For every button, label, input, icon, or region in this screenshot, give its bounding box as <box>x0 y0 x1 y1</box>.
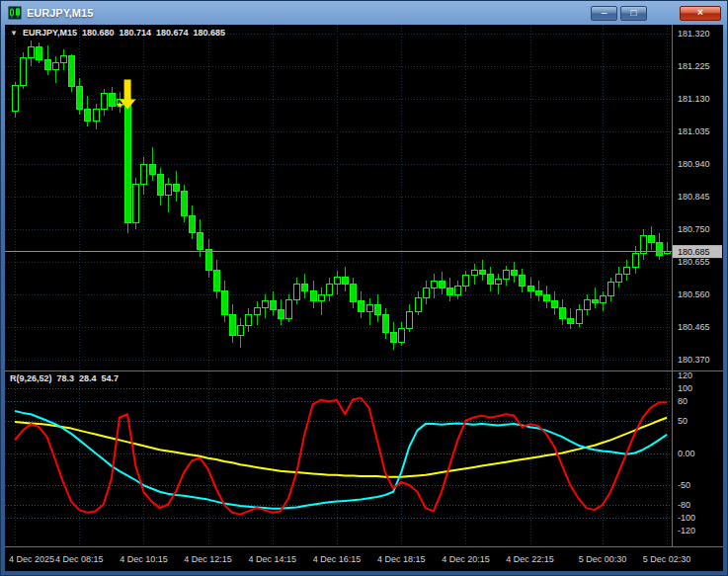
svg-text:-50: -50 <box>678 480 690 490</box>
svg-text:120: 120 <box>678 371 692 380</box>
svg-text:4 Dec 20:15: 4 Dec 20:15 <box>442 554 490 564</box>
svg-text:181.035: 181.035 <box>678 126 710 136</box>
rci-lines <box>15 398 667 515</box>
chart-close-value: 180.685 <box>194 28 226 38</box>
indicator-axis: 12010080500.00-50-80-100-120 <box>673 371 696 546</box>
svg-text:4 Dec 08:15: 4 Dec 08:15 <box>55 554 104 564</box>
svg-text:180.940: 180.940 <box>678 159 710 169</box>
time-axis-labels: 4 Dec 20254 Dec 08:154 Dec 10:154 Dec 12… <box>9 554 690 564</box>
rci-mid-line <box>15 411 667 509</box>
chart-open-value: 180.680 <box>82 28 115 38</box>
window-icon <box>7 6 23 20</box>
rci-fast-line <box>15 398 667 515</box>
svg-text:-120: -120 <box>678 526 695 535</box>
svg-text:4 Dec 14:15: 4 Dec 14:15 <box>249 554 297 564</box>
indicator-value-mid: 28.4 <box>79 373 97 383</box>
star-icon[interactable]: ★ <box>116 100 123 110</box>
svg-text:4 Dec 18:15: 4 Dec 18:15 <box>377 554 426 564</box>
price-axis: 181.320181.225181.130181.035180.940180.8… <box>673 25 723 370</box>
rci-oscillator-chart: 12010080500.00-50-80-100-120 <box>5 371 723 546</box>
svg-text:180.845: 180.845 <box>678 192 710 202</box>
svg-text:4 Dec 10:15: 4 Dec 10:15 <box>120 554 168 564</box>
chart-ohlc-label: ▼ EURJPY,M15 180.680 180.714 180.674 180… <box>10 28 225 38</box>
title-bar[interactable]: EURJPY,M15 – □ × <box>5 1 723 25</box>
close-button[interactable]: × <box>680 6 721 21</box>
svg-text:180.370: 180.370 <box>678 355 710 365</box>
svg-text:0.00: 0.00 <box>678 449 695 458</box>
svg-text:181.225: 181.225 <box>678 61 710 71</box>
indicator-value-fast: 78.3 <box>57 373 75 383</box>
svg-text:5 Dec 02:30: 5 Dec 02:30 <box>643 554 691 564</box>
main-chart-pane[interactable]: ★181.320181.225181.130181.035180.940180.… <box>5 25 723 370</box>
dropdown-arrow-icon[interactable]: ▼ <box>10 29 18 38</box>
svg-text:4 Dec 2025: 4 Dec 2025 <box>9 554 54 564</box>
svg-text:180.655: 180.655 <box>678 257 710 267</box>
window-title: EURJPY,M15 <box>27 7 93 19</box>
svg-text:180.465: 180.465 <box>678 322 710 332</box>
svg-text:-80: -80 <box>678 500 690 510</box>
svg-text:100: 100 <box>678 383 692 393</box>
restore-button[interactable]: □ <box>620 6 647 21</box>
mt4-chart-window: EURJPY,M15 – □ × ★181.320181.225181.1301… <box>0 0 728 576</box>
svg-text:5 Dec 00:30: 5 Dec 00:30 <box>579 554 627 564</box>
window-controls: – □ × <box>591 6 721 21</box>
chart-annotations[interactable]: ★ <box>116 79 136 110</box>
chart-symbol-period: EURJPY,M15 <box>23 28 77 38</box>
svg-text:180.750: 180.750 <box>678 224 710 234</box>
svg-text:80: 80 <box>678 396 688 406</box>
time-axis: 4 Dec 20254 Dec 08:154 Dec 10:154 Dec 12… <box>5 546 723 571</box>
svg-text:50: 50 <box>678 416 688 426</box>
chart-client-area: ★181.320181.225181.130181.035180.940180.… <box>5 25 723 571</box>
svg-text:180.560: 180.560 <box>678 289 710 299</box>
indicator-name: R(9,26,52) <box>10 373 52 383</box>
svg-text:-100: -100 <box>678 513 695 523</box>
chart-low-value: 180.674 <box>156 28 189 38</box>
svg-text:4 Dec 22:15: 4 Dec 22:15 <box>506 554 554 564</box>
candlestick-series <box>12 41 670 350</box>
svg-text:180.685: 180.685 <box>678 247 710 257</box>
indicator-pane[interactable]: 12010080500.00-50-80-100-120 R(9,26,52) … <box>5 370 723 546</box>
svg-text:4 Dec 12:15: 4 Dec 12:15 <box>184 554 232 564</box>
svg-text:181.130: 181.130 <box>678 94 710 104</box>
chart-high-value: 180.714 <box>120 28 152 38</box>
indicator-value-slow: 54.7 <box>102 373 120 383</box>
candlestick-chart: ★181.320181.225181.130181.035180.940180.… <box>5 25 723 370</box>
minimize-button[interactable]: – <box>591 6 617 21</box>
svg-text:181.320: 181.320 <box>678 29 710 39</box>
indicator-label: R(9,26,52) 78.3 28.4 54.7 <box>10 373 119 383</box>
time-axis-scale: 4 Dec 20254 Dec 08:154 Dec 10:154 Dec 12… <box>5 547 723 571</box>
svg-text:4 Dec 16:15: 4 Dec 16:15 <box>313 554 362 564</box>
current-price-tag: 180.685 <box>673 245 722 258</box>
